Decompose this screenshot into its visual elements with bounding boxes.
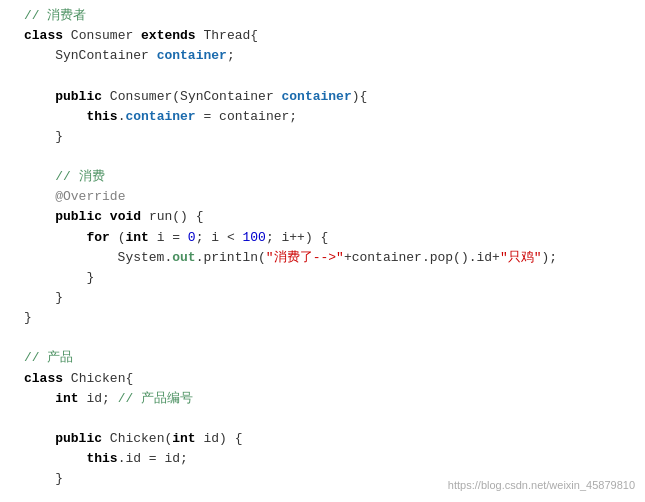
line-14: } [0,268,645,288]
code-14: } [24,268,645,288]
code-10: @Override [24,187,645,207]
line-15: } [0,288,645,308]
line-13: System.out.println("消费了-->"+container.po… [0,248,645,268]
code-17 [24,328,645,348]
line-17 [0,328,645,348]
code-2: class Consumer extends Thread{ [24,26,645,46]
code-23: this.id = id; [24,449,645,469]
line-18: // 产品 [0,348,645,368]
code-8 [24,147,645,167]
line-2: class Consumer extends Thread{ [0,26,645,46]
code-19: class Chicken{ [24,369,645,389]
code-21 [24,409,645,429]
code-16: } [24,308,645,328]
code-4 [24,66,645,86]
code-7: } [24,127,645,147]
line-21 [0,409,645,429]
line-4 [0,66,645,86]
code-15: } [24,288,645,308]
line-11: public void run() { [0,207,645,227]
line-12: for (int i = 0; i < 100; i++) { [0,228,645,248]
line-6: this.container = container; [0,107,645,127]
line-8 [0,147,645,167]
code-5: public Consumer(SynContainer container){ [24,87,645,107]
code-20: int id; // 产品编号 [24,389,645,409]
line-22: public Chicken(int id) { [0,429,645,449]
line-9: // 消费 [0,167,645,187]
code-13: System.out.println("消费了-->"+container.po… [24,248,645,268]
line-23: this.id = id; [0,449,645,469]
line-16: } [0,308,645,328]
line-20: int id; // 产品编号 [0,389,645,409]
line-7: } [0,127,645,147]
line-10: @Override [0,187,645,207]
code-11: public void run() { [24,207,645,227]
code-area: // 消费者 class Consumer extends Thread{ Sy… [0,0,645,502]
watermark: https://blog.csdn.net/weixin_45879810 [448,477,635,494]
code-1: // 消费者 [24,6,645,26]
code-3: SynContainer container; [24,46,645,66]
line-3: SynContainer container; [0,46,645,66]
code-6: this.container = container; [24,107,645,127]
code-12: for (int i = 0; i < 100; i++) { [24,228,645,248]
line-1: // 消费者 [0,6,645,26]
code-9: // 消费 [24,167,645,187]
code-22: public Chicken(int id) { [24,429,645,449]
line-5: public Consumer(SynContainer container){ [0,87,645,107]
line-19: class Chicken{ [0,369,645,389]
code-18: // 产品 [24,348,645,368]
